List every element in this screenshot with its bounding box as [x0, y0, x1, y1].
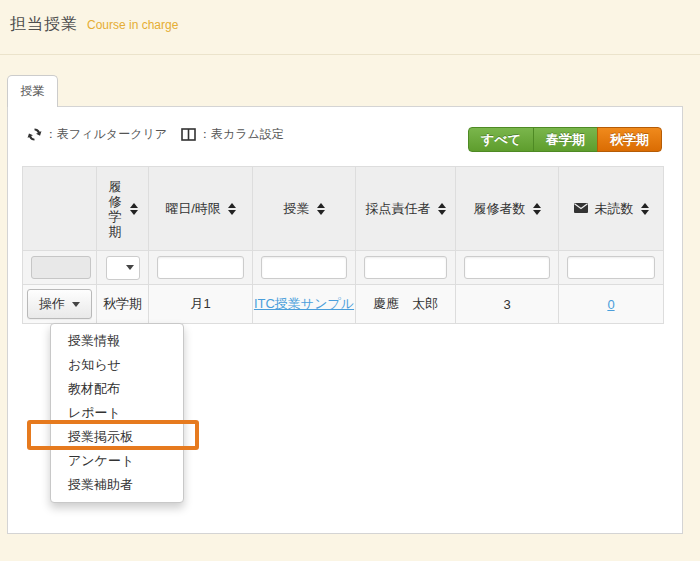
menu-item-class-board[interactable]: 授業掲示板 [51, 425, 183, 449]
content-panel: ：表フィルタークリア ：表カラム設定 すべて 春学期 秋学期 [7, 106, 683, 534]
table-row: 操作 秋学期 月1 ITC授業サンプル 慶應 太郎 3 0 [23, 285, 664, 324]
filter-course-input[interactable] [261, 256, 347, 279]
actions-dropdown-menu: 授業情報 お知らせ 教材配布 レポート 授業掲示板 アンケート 授業補助者 [50, 323, 184, 503]
tab-class-label: 授業 [21, 83, 45, 100]
table-toolbar: ：表フィルタークリア ：表カラム設定 [27, 126, 284, 143]
filter-unread-input[interactable] [567, 256, 655, 279]
unread-count-link[interactable]: 0 [607, 297, 614, 312]
actions-dropdown-button[interactable]: 操作 [27, 289, 92, 319]
filter-spring-button[interactable]: 春学期 [533, 127, 598, 152]
sort-icon[interactable] [130, 203, 138, 215]
header-course-label: 授業 [284, 200, 310, 218]
header-day-period: 曜日/時限 [149, 167, 253, 251]
filter-enrolled-input[interactable] [464, 256, 550, 279]
header-unread: 未読数 [559, 167, 664, 251]
filter-all-label: すべて [481, 131, 521, 149]
column-settings-label: ：表カラム設定 [199, 126, 284, 143]
cell-semester: 秋学期 [103, 296, 142, 311]
page-subtitle: Course in charge [87, 18, 178, 32]
envelope-icon [574, 201, 588, 216]
filter-fall-label: 秋学期 [610, 131, 649, 149]
header-day-period-label: 曜日/時限 [165, 200, 221, 218]
sort-icon[interactable] [641, 203, 649, 215]
header-enrolled: 履修者数 [456, 167, 559, 251]
header-enrolled-label: 履修者数 [474, 200, 526, 218]
menu-item-materials[interactable]: 教材配布 [51, 377, 183, 401]
tab-class[interactable]: 授業 [7, 75, 58, 107]
filter-grader-input[interactable] [364, 256, 447, 279]
header-semester: 履修学期 [97, 167, 149, 251]
table-filter-row [23, 251, 664, 285]
cell-day-period: 月1 [190, 296, 210, 311]
chevron-down-icon [72, 302, 80, 307]
header-course: 授業 [253, 167, 356, 251]
sort-icon[interactable] [438, 203, 446, 215]
header-grader: 採点責任者 [356, 167, 456, 251]
header-unread-label: 未読数 [595, 200, 634, 218]
menu-item-course-info[interactable]: 授業情報 [51, 329, 183, 353]
filter-semester-select[interactable] [106, 256, 140, 280]
columns-icon [181, 128, 196, 141]
actions-button-label: 操作 [39, 295, 65, 313]
filter-clear-label: ：表フィルタークリア [45, 126, 167, 143]
sort-icon[interactable] [317, 203, 325, 215]
filter-spring-label: 春学期 [546, 131, 585, 149]
refresh-icon [27, 127, 42, 142]
filter-clear-control[interactable]: ：表フィルタークリア [27, 126, 167, 143]
filter-actions-input [31, 256, 91, 279]
page-header: 担当授業 Course in charge [10, 14, 178, 35]
table-header-row: 履修学期 曜日/時限 授業 [23, 167, 664, 251]
column-settings-control[interactable]: ：表カラム設定 [181, 126, 284, 143]
cell-grader: 慶應 太郎 [373, 296, 438, 311]
filter-day-period-input[interactable] [157, 256, 244, 279]
filter-all-button[interactable]: すべて [468, 127, 534, 152]
header-divider [0, 54, 700, 55]
sort-icon[interactable] [228, 203, 236, 215]
semester-filter-group: すべて 春学期 秋学期 [468, 127, 662, 152]
sort-icon[interactable] [533, 203, 541, 215]
menu-item-survey[interactable]: アンケート [51, 449, 183, 473]
chevron-down-icon [126, 265, 134, 270]
filter-fall-button[interactable]: 秋学期 [597, 127, 662, 152]
header-grader-label: 採点責任者 [366, 200, 431, 218]
cell-enrolled: 3 [503, 297, 510, 312]
menu-item-class-assistant[interactable]: 授業補助者 [51, 473, 183, 497]
header-semester-label: 履修学期 [108, 179, 123, 239]
course-table: 履修学期 曜日/時限 授業 [22, 166, 664, 324]
header-actions [23, 167, 97, 251]
course-link[interactable]: ITC授業サンプル [254, 296, 354, 311]
menu-item-reports[interactable]: レポート [51, 401, 183, 425]
page-title: 担当授業 [10, 14, 78, 35]
menu-item-announcements[interactable]: お知らせ [51, 353, 183, 377]
